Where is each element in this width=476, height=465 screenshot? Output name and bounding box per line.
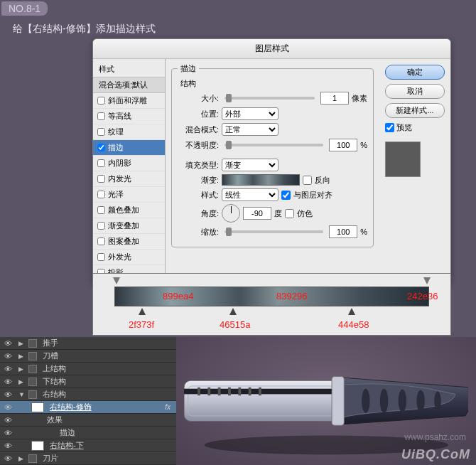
folder-icon (28, 339, 37, 348)
visibility-icon[interactable]: 👁 (3, 352, 13, 360)
gradient-stop-bottom[interactable] (348, 308, 355, 315)
folder-icon (28, 390, 37, 399)
stroke-settings: 描边 结构 大小: 像素 位置: 外部 混合模式: 正常 (166, 59, 379, 284)
disclosure-icon[interactable]: ▼ (18, 391, 26, 398)
gradient-preview[interactable] (222, 174, 300, 186)
scale-slider[interactable] (225, 230, 323, 233)
style-checkbox[interactable] (97, 175, 105, 183)
disclosure-icon[interactable]: ▶ (18, 353, 26, 360)
gradient-stop-top[interactable] (113, 277, 120, 284)
style-checkbox[interactable] (97, 97, 105, 105)
style-checkbox[interactable] (97, 253, 105, 261)
style-item[interactable]: 纹理 (93, 124, 165, 140)
layer-row[interactable]: 👁效果 (0, 414, 176, 427)
angle-dial[interactable] (222, 204, 240, 223)
visibility-icon[interactable]: 👁 (3, 339, 13, 348)
style-checkbox[interactable] (97, 144, 105, 151)
style-item[interactable]: 图案叠加 (93, 234, 165, 250)
visibility-icon[interactable]: 👁 (3, 403, 13, 412)
style-item[interactable]: 外发光 (93, 250, 165, 265)
style-checkbox[interactable] (97, 112, 105, 120)
reverse-label: 反向 (315, 175, 330, 186)
gradient-stop-bottom[interactable] (139, 308, 146, 315)
style-checkbox[interactable] (97, 206, 105, 214)
blend-select[interactable]: 正常 (222, 123, 278, 136)
style-item[interactable]: 等高线 (93, 109, 165, 124)
gradient-stop-bottom[interactable] (229, 308, 237, 315)
fx-badge[interactable]: fx (165, 403, 171, 411)
angle-input[interactable] (243, 207, 271, 220)
dither-checkbox[interactable] (285, 209, 294, 218)
style-checkbox[interactable] (97, 222, 105, 230)
visibility-icon[interactable]: 👁 (3, 429, 13, 437)
layer-name: 上结构 (43, 363, 66, 374)
layer-row[interactable]: 👁▶下结构 (0, 375, 176, 388)
gradient-stop-top[interactable] (423, 277, 431, 284)
blend-options[interactable]: 混合选项:默认 (93, 78, 165, 93)
scale-input[interactable] (329, 225, 357, 238)
style-item[interactable]: 颜色叠加 (93, 203, 165, 218)
layer-row[interactable]: 👁▶刀片 (0, 452, 176, 465)
opacity-slider[interactable] (225, 144, 323, 146)
styles-header[interactable]: 样式 (93, 62, 165, 78)
style-label: 内发光 (108, 173, 131, 184)
filltype-select[interactable]: 渐变 (222, 159, 278, 171)
size-slider[interactable] (225, 97, 315, 100)
disclosure-icon[interactable]: ▶ (18, 378, 26, 385)
layer-row[interactable]: 👁描边 (0, 427, 176, 439)
ok-button[interactable]: 确定 (385, 65, 445, 80)
layer-row[interactable]: 👁▶刀槽 (0, 350, 176, 363)
style-item[interactable]: 内发光 (93, 171, 165, 187)
layer-row[interactable]: 👁▼右结构 (0, 388, 176, 401)
layers-panel: 👁▶推手👁▶刀槽👁▶上结构👁▶下结构👁▼右结构👁右结构-修饰fx👁效果👁描边👁右… (0, 337, 176, 465)
layer-row[interactable]: 👁右结构-修饰fx (0, 401, 176, 414)
svg-rect-1 (184, 380, 340, 421)
style-item[interactable]: 光泽 (93, 187, 165, 203)
preview-checkbox[interactable] (385, 123, 394, 132)
style-checkbox[interactable] (97, 191, 105, 198)
visibility-icon[interactable]: 👁 (3, 365, 13, 373)
new-style-button[interactable]: 新建样式... (385, 103, 445, 118)
svg-rect-5 (207, 388, 210, 395)
gradient-bar[interactable] (114, 287, 429, 306)
layer-name: 右结构-下 (50, 440, 84, 451)
visibility-icon[interactable]: 👁 (3, 390, 13, 399)
layer-row[interactable]: 👁右结构-下 (0, 439, 176, 452)
layer-thumbnail[interactable] (31, 402, 44, 412)
stroke-legend: 描边 (178, 63, 199, 74)
disclosure-icon[interactable]: ▶ (18, 340, 26, 347)
artwork-preview (176, 337, 476, 465)
size-input[interactable] (320, 92, 349, 105)
style-item[interactable]: 斜面和浮雕 (93, 93, 165, 109)
style-item[interactable]: 内阴影 (93, 156, 165, 171)
style-label: 光泽 (108, 189, 124, 200)
pct-2: % (360, 228, 367, 236)
visibility-icon[interactable]: 👁 (3, 454, 13, 463)
visibility-icon[interactable]: 👁 (3, 378, 13, 386)
style-label: 颜色叠加 (108, 205, 139, 215)
visibility-icon[interactable]: 👁 (3, 442, 13, 450)
style-checkbox[interactable] (97, 237, 105, 245)
size-label: 大小: (178, 93, 219, 104)
layer-row[interactable]: 👁▶推手 (0, 337, 176, 350)
cancel-button[interactable]: 取消 (385, 84, 445, 99)
style-checkbox[interactable] (97, 128, 105, 136)
knife-icon (184, 340, 469, 462)
opacity-input[interactable] (329, 139, 357, 151)
layer-row[interactable]: 👁▶上结构 (0, 363, 176, 375)
disclosure-icon[interactable]: ▶ (18, 455, 26, 462)
gradient-color-label: 46515a (220, 319, 250, 330)
gradient-color-label: 899ea4 (163, 291, 193, 301)
position-select[interactable]: 外部 (222, 107, 278, 120)
align-label: 与图层对齐 (293, 190, 332, 201)
visibility-icon[interactable]: 👁 (3, 416, 13, 424)
layer-thumbnail[interactable] (31, 441, 44, 451)
style-item[interactable]: 描边 (93, 140, 165, 156)
style-item[interactable]: 渐变叠加 (93, 218, 165, 234)
style-select[interactable]: 线性 (222, 188, 278, 201)
svg-rect-7 (228, 388, 231, 395)
style-checkbox[interactable] (97, 159, 105, 167)
disclosure-icon[interactable]: ▶ (18, 365, 26, 373)
align-checkbox[interactable] (281, 191, 291, 200)
reverse-checkbox[interactable] (303, 176, 312, 185)
